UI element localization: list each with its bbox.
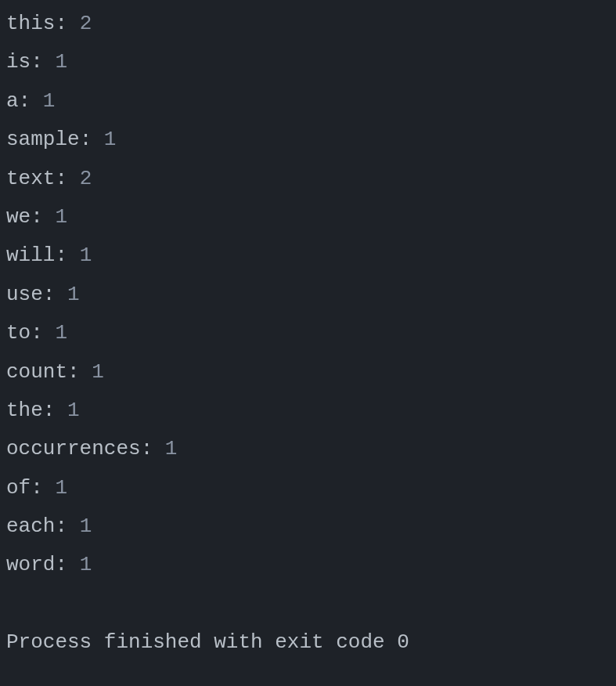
output-line: text: 2 xyxy=(6,160,610,198)
separator: : xyxy=(19,89,43,113)
separator: : xyxy=(55,244,79,267)
word-count: 1 xyxy=(80,244,92,267)
word-label: we xyxy=(6,205,31,229)
output-line: a: 1 xyxy=(6,82,610,121)
output-line: use: 1 xyxy=(6,276,610,314)
separator: : xyxy=(55,12,79,35)
output-line: will: 1 xyxy=(6,236,610,275)
word-count: 1 xyxy=(104,128,117,151)
word-count: 2 xyxy=(80,167,92,190)
separator: : xyxy=(55,514,79,538)
word-label: the xyxy=(6,399,43,422)
word-count: 1 xyxy=(80,514,92,538)
separator: : xyxy=(55,167,79,190)
output-line: of: 1 xyxy=(6,469,610,507)
output-line: word: 1 xyxy=(6,546,610,584)
word-label: this xyxy=(6,12,55,35)
word-count: 1 xyxy=(55,50,67,74)
word-label: is xyxy=(6,50,31,74)
word-count: 1 xyxy=(55,476,67,500)
output-line: to: 1 xyxy=(6,314,610,352)
output-line: occurrences: 1 xyxy=(6,430,610,468)
separator: : xyxy=(31,476,55,500)
word-count: 1 xyxy=(92,360,104,384)
word-count: 1 xyxy=(67,399,80,422)
console-output: this: 2is: 1a: 1sample: 1text: 2we: 1wil… xyxy=(6,5,610,585)
word-label: use xyxy=(6,283,43,306)
separator: : xyxy=(31,50,55,74)
word-count: 1 xyxy=(55,321,67,345)
separator: : xyxy=(55,553,79,576)
word-label: of xyxy=(6,476,31,500)
output-line: we: 1 xyxy=(6,198,610,236)
output-line: is: 1 xyxy=(6,43,610,81)
word-count: 1 xyxy=(43,89,56,113)
word-label: count xyxy=(6,360,67,384)
word-label: occurrences xyxy=(6,437,141,460)
separator: : xyxy=(43,283,67,306)
separator: : xyxy=(43,399,67,422)
word-label: to xyxy=(6,321,31,345)
separator: : xyxy=(67,360,92,384)
word-label: text xyxy=(6,167,55,190)
word-count: 1 xyxy=(55,205,67,229)
separator: : xyxy=(141,437,165,460)
word-label: word xyxy=(6,553,55,576)
word-count: 1 xyxy=(165,437,178,460)
word-label: sample xyxy=(6,128,80,151)
word-count: 1 xyxy=(67,283,80,306)
output-line: count: 1 xyxy=(6,353,610,392)
separator: : xyxy=(80,128,104,151)
word-label: each xyxy=(6,514,55,538)
process-status: Process finished with exit code 0 xyxy=(6,623,610,662)
word-count: 1 xyxy=(80,553,92,576)
separator: : xyxy=(31,321,55,345)
output-line: the: 1 xyxy=(6,392,610,430)
output-line: each: 1 xyxy=(6,507,610,546)
output-line: this: 2 xyxy=(6,5,610,43)
separator: : xyxy=(31,205,55,229)
word-label: will xyxy=(6,244,55,267)
word-count: 2 xyxy=(80,12,92,35)
output-line: sample: 1 xyxy=(6,121,610,159)
word-label: a xyxy=(6,89,19,113)
